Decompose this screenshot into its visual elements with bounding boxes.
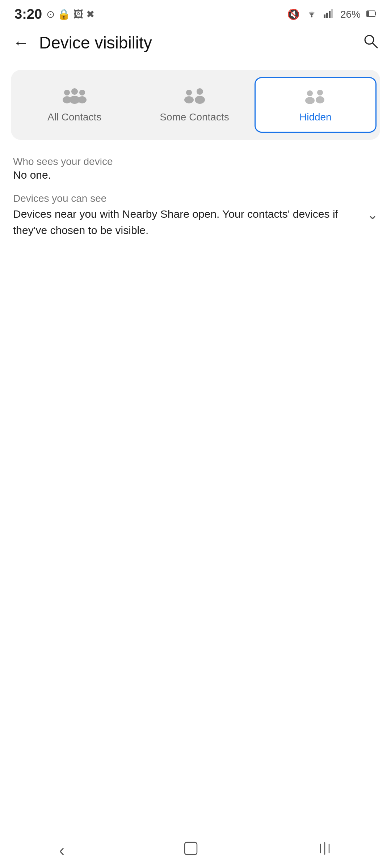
hidden-icon bbox=[303, 87, 328, 106]
icon-lock: 🔒 bbox=[58, 8, 70, 20]
info-section: Who sees your device No one. Devices you… bbox=[13, 156, 378, 238]
mute-icon: 🔇 bbox=[287, 8, 300, 20]
status-bar: 3:20 ⊙ 🔒 🖼 ✖ 🔇 26% bbox=[0, 0, 391, 26]
svg-point-12 bbox=[79, 90, 85, 95]
svg-point-10 bbox=[64, 90, 70, 95]
hidden-label: Hidden bbox=[299, 111, 332, 123]
back-button[interactable]: ← bbox=[13, 35, 29, 51]
svg-rect-6 bbox=[375, 12, 376, 15]
devices-you-can-see-value: Devices near you with Nearby Share open.… bbox=[13, 206, 367, 238]
page-title: Device visibility bbox=[39, 33, 363, 52]
some-contacts-icon bbox=[182, 87, 207, 106]
svg-rect-7 bbox=[367, 11, 369, 16]
devices-expandable[interactable]: Devices near you with Nearby Share open.… bbox=[13, 206, 378, 238]
nav-recents-button[interactable] bbox=[318, 841, 332, 860]
status-right: 🔇 26% bbox=[287, 8, 377, 21]
all-contacts-label: All Contacts bbox=[47, 111, 101, 123]
who-sees-value: No one. bbox=[13, 169, 378, 181]
status-left: 3:20 ⊙ 🔒 🖼 ✖ bbox=[14, 7, 94, 22]
svg-rect-1 bbox=[324, 14, 325, 18]
option-all-contacts[interactable]: All Contacts bbox=[14, 77, 134, 133]
visibility-options: All Contacts Some Contacts Hidden bbox=[11, 70, 380, 140]
svg-line-9 bbox=[373, 43, 377, 48]
svg-point-18 bbox=[197, 88, 203, 95]
option-some-contacts[interactable]: Some Contacts bbox=[134, 77, 254, 133]
svg-point-17 bbox=[184, 96, 194, 103]
battery-icon bbox=[366, 9, 377, 20]
svg-point-20 bbox=[307, 90, 313, 96]
option-hidden[interactable]: Hidden bbox=[255, 77, 377, 133]
navigation-bar: ‹ bbox=[0, 832, 391, 868]
nav-home-button[interactable] bbox=[182, 840, 199, 860]
svg-rect-3 bbox=[329, 11, 331, 18]
svg-point-16 bbox=[186, 90, 192, 95]
who-sees-label: Who sees your device bbox=[13, 156, 378, 167]
svg-point-23 bbox=[316, 96, 324, 103]
signal-icon bbox=[324, 8, 335, 21]
status-icons: ⊙ 🔒 🖼 ✖ bbox=[46, 8, 94, 20]
icon-circle: ⊙ bbox=[46, 8, 55, 20]
toolbar: ← Device visibility bbox=[0, 26, 391, 60]
svg-rect-4 bbox=[331, 9, 333, 18]
svg-rect-24 bbox=[185, 842, 197, 855]
wifi-icon bbox=[306, 8, 318, 21]
svg-point-22 bbox=[317, 90, 323, 95]
svg-point-15 bbox=[69, 96, 80, 104]
all-contacts-icon bbox=[62, 87, 87, 106]
search-button[interactable] bbox=[363, 33, 378, 52]
nav-back-button[interactable]: ‹ bbox=[59, 841, 64, 859]
svg-rect-2 bbox=[326, 13, 328, 18]
devices-you-can-see-label: Devices you can see bbox=[13, 193, 378, 204]
icon-image: 🖼 bbox=[73, 8, 83, 20]
battery-percent: 26% bbox=[340, 9, 361, 20]
some-contacts-label: Some Contacts bbox=[160, 111, 229, 123]
icon-close: ✖ bbox=[86, 8, 94, 20]
status-time: 3:20 bbox=[14, 7, 42, 22]
svg-point-19 bbox=[195, 96, 205, 104]
svg-point-0 bbox=[311, 16, 312, 17]
expand-chevron-icon[interactable]: ⌄ bbox=[367, 207, 378, 222]
svg-point-21 bbox=[305, 97, 315, 104]
svg-point-14 bbox=[71, 88, 78, 95]
